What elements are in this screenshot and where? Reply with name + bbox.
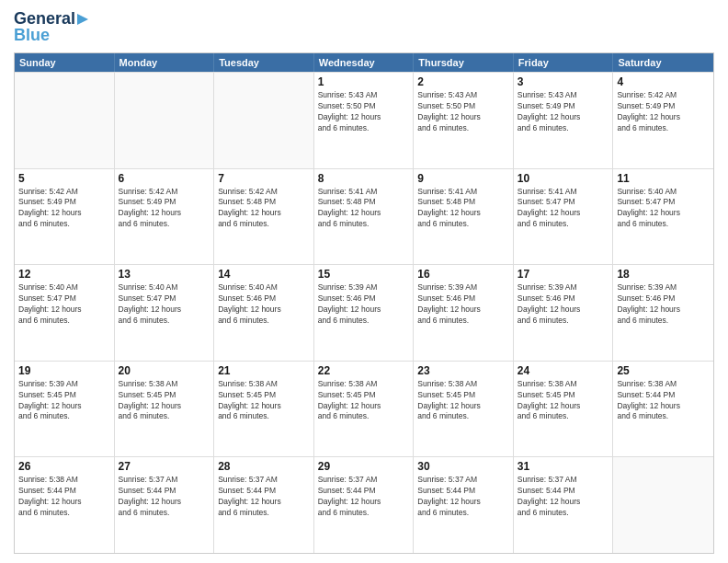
calendar-row-3: 12Sunrise: 5:40 AM Sunset: 5:47 PM Dayli…: [15, 264, 713, 361]
logo-blue: Blue: [14, 26, 50, 45]
calendar-body: 1Sunrise: 5:43 AM Sunset: 5:50 PM Daylig…: [15, 72, 713, 553]
day-info: Sunrise: 5:42 AM Sunset: 5:49 PM Dayligh…: [119, 187, 210, 231]
cal-cell-1: 1Sunrise: 5:43 AM Sunset: 5:50 PM Daylig…: [314, 73, 415, 168]
cal-cell-empty-0-0: [15, 73, 115, 168]
day-info: Sunrise: 5:38 AM Sunset: 5:44 PM Dayligh…: [18, 475, 110, 519]
day-info: Sunrise: 5:40 AM Sunset: 5:47 PM Dayligh…: [119, 282, 210, 327]
day-info: Sunrise: 5:40 AM Sunset: 5:47 PM Dayligh…: [617, 187, 710, 231]
cal-cell-20: 20Sunrise: 5:38 AM Sunset: 5:45 PM Dayli…: [115, 362, 215, 457]
day-header-friday: Friday: [514, 53, 614, 72]
day-number: 4: [617, 75, 710, 88]
day-number: 29: [318, 460, 410, 473]
cal-cell-10: 10Sunrise: 5:41 AM Sunset: 5:47 PM Dayli…: [514, 169, 614, 265]
cal-cell-24: 24Sunrise: 5:38 AM Sunset: 5:45 PM Dayli…: [514, 362, 614, 457]
cal-cell-9: 9Sunrise: 5:41 AM Sunset: 5:48 PM Daylig…: [414, 169, 514, 265]
day-header-tuesday: Tuesday: [214, 53, 314, 72]
day-info: Sunrise: 5:37 AM Sunset: 5:44 PM Dayligh…: [318, 475, 410, 519]
day-header-sunday: Sunday: [15, 53, 115, 72]
page: General Blue SundayMondayTuesdayWednesda…: [0, 0, 728, 563]
cal-cell-23: 23Sunrise: 5:38 AM Sunset: 5:45 PM Dayli…: [414, 362, 514, 457]
cal-cell-22: 22Sunrise: 5:38 AM Sunset: 5:45 PM Dayli…: [314, 362, 415, 457]
day-info: Sunrise: 5:42 AM Sunset: 5:49 PM Dayligh…: [18, 187, 110, 231]
day-info: Sunrise: 5:38 AM Sunset: 5:44 PM Dayligh…: [617, 379, 710, 423]
calendar-row-4: 19Sunrise: 5:39 AM Sunset: 5:45 PM Dayli…: [15, 361, 713, 457]
cal-cell-11: 11Sunrise: 5:40 AM Sunset: 5:47 PM Dayli…: [613, 169, 713, 265]
day-number: 1: [318, 75, 410, 88]
cal-cell-21: 21Sunrise: 5:38 AM Sunset: 5:45 PM Dayli…: [214, 362, 314, 457]
day-number: 14: [218, 268, 310, 281]
day-number: 25: [617, 364, 710, 377]
cal-cell-14: 14Sunrise: 5:40 AM Sunset: 5:46 PM Dayli…: [214, 265, 314, 361]
cal-cell-7: 7Sunrise: 5:42 AM Sunset: 5:48 PM Daylig…: [214, 169, 314, 265]
day-number: 26: [18, 460, 110, 473]
day-number: 12: [18, 268, 110, 281]
cal-cell-3: 3Sunrise: 5:43 AM Sunset: 5:49 PM Daylig…: [514, 73, 614, 168]
day-info: Sunrise: 5:43 AM Sunset: 5:49 PM Dayligh…: [518, 90, 609, 134]
cal-cell-2: 2Sunrise: 5:43 AM Sunset: 5:50 PM Daylig…: [414, 73, 514, 168]
day-info: Sunrise: 5:41 AM Sunset: 5:47 PM Dayligh…: [518, 187, 609, 231]
day-number: 28: [218, 460, 310, 473]
day-header-saturday: Saturday: [613, 53, 713, 72]
cal-cell-30: 30Sunrise: 5:37 AM Sunset: 5:44 PM Dayli…: [414, 457, 514, 553]
day-number: 9: [417, 172, 509, 185]
day-info: Sunrise: 5:39 AM Sunset: 5:46 PM Dayligh…: [518, 282, 609, 327]
cal-cell-27: 27Sunrise: 5:37 AM Sunset: 5:44 PM Dayli…: [115, 457, 215, 553]
day-info: Sunrise: 5:39 AM Sunset: 5:45 PM Dayligh…: [18, 379, 110, 423]
cal-cell-empty-0-2: [214, 73, 314, 168]
day-info: Sunrise: 5:41 AM Sunset: 5:48 PM Dayligh…: [417, 187, 509, 231]
day-header-monday: Monday: [115, 53, 215, 72]
day-number: 31: [518, 460, 609, 473]
day-info: Sunrise: 5:38 AM Sunset: 5:45 PM Dayligh…: [119, 379, 210, 423]
logo: General Blue: [14, 9, 94, 45]
day-info: Sunrise: 5:40 AM Sunset: 5:47 PM Dayligh…: [18, 282, 110, 327]
calendar-row-5: 26Sunrise: 5:38 AM Sunset: 5:44 PM Dayli…: [15, 456, 713, 553]
logo-arrow-icon: [77, 12, 94, 27]
day-info: Sunrise: 5:42 AM Sunset: 5:49 PM Dayligh…: [617, 90, 710, 134]
cal-cell-31: 31Sunrise: 5:37 AM Sunset: 5:44 PM Dayli…: [514, 457, 614, 553]
cal-cell-16: 16Sunrise: 5:39 AM Sunset: 5:46 PM Dayli…: [414, 265, 514, 361]
cal-cell-26: 26Sunrise: 5:38 AM Sunset: 5:44 PM Dayli…: [15, 457, 115, 553]
svg-marker-0: [77, 14, 88, 25]
calendar: SundayMondayTuesdayWednesdayThursdayFrid…: [14, 52, 714, 554]
day-number: 6: [119, 172, 210, 185]
cal-cell-29: 29Sunrise: 5:37 AM Sunset: 5:44 PM Dayli…: [314, 457, 415, 553]
day-info: Sunrise: 5:39 AM Sunset: 5:46 PM Dayligh…: [417, 282, 509, 327]
day-number: 7: [218, 172, 310, 185]
day-number: 30: [417, 460, 509, 473]
cal-cell-12: 12Sunrise: 5:40 AM Sunset: 5:47 PM Dayli…: [15, 265, 115, 361]
calendar-row-2: 5Sunrise: 5:42 AM Sunset: 5:49 PM Daylig…: [15, 168, 713, 265]
cal-cell-28: 28Sunrise: 5:37 AM Sunset: 5:44 PM Dayli…: [214, 457, 314, 553]
day-info: Sunrise: 5:38 AM Sunset: 5:45 PM Dayligh…: [318, 379, 410, 423]
cal-cell-8: 8Sunrise: 5:41 AM Sunset: 5:48 PM Daylig…: [314, 169, 415, 265]
day-number: 15: [318, 268, 410, 281]
day-info: Sunrise: 5:42 AM Sunset: 5:48 PM Dayligh…: [218, 187, 310, 231]
day-info: Sunrise: 5:37 AM Sunset: 5:44 PM Dayligh…: [119, 475, 210, 519]
day-info: Sunrise: 5:38 AM Sunset: 5:45 PM Dayligh…: [218, 379, 310, 423]
cal-cell-6: 6Sunrise: 5:42 AM Sunset: 5:49 PM Daylig…: [115, 169, 215, 265]
cal-cell-5: 5Sunrise: 5:42 AM Sunset: 5:49 PM Daylig…: [15, 169, 115, 265]
day-number: 10: [518, 172, 609, 185]
cal-cell-17: 17Sunrise: 5:39 AM Sunset: 5:46 PM Dayli…: [514, 265, 614, 361]
day-number: 18: [617, 268, 710, 281]
day-info: Sunrise: 5:37 AM Sunset: 5:44 PM Dayligh…: [417, 475, 509, 519]
day-number: 5: [18, 172, 110, 185]
cal-cell-18: 18Sunrise: 5:39 AM Sunset: 5:46 PM Dayli…: [613, 265, 713, 361]
day-info: Sunrise: 5:37 AM Sunset: 5:44 PM Dayligh…: [518, 475, 609, 519]
day-number: 17: [518, 268, 609, 281]
day-number: 16: [417, 268, 509, 281]
day-number: 11: [617, 172, 710, 185]
calendar-row-1: 1Sunrise: 5:43 AM Sunset: 5:50 PM Daylig…: [15, 72, 713, 168]
day-number: 13: [119, 268, 210, 281]
day-number: 27: [119, 460, 210, 473]
cal-cell-25: 25Sunrise: 5:38 AM Sunset: 5:44 PM Dayli…: [613, 362, 713, 457]
day-number: 22: [318, 364, 410, 377]
cal-cell-13: 13Sunrise: 5:40 AM Sunset: 5:47 PM Dayli…: [115, 265, 215, 361]
calendar-header: SundayMondayTuesdayWednesdayThursdayFrid…: [15, 53, 713, 72]
day-header-wednesday: Wednesday: [314, 53, 415, 72]
header: General Blue: [14, 9, 714, 45]
day-number: 8: [318, 172, 410, 185]
day-info: Sunrise: 5:43 AM Sunset: 5:50 PM Dayligh…: [417, 90, 509, 134]
day-info: Sunrise: 5:40 AM Sunset: 5:46 PM Dayligh…: [218, 282, 310, 327]
day-info: Sunrise: 5:41 AM Sunset: 5:48 PM Dayligh…: [318, 187, 410, 231]
day-header-thursday: Thursday: [414, 53, 514, 72]
